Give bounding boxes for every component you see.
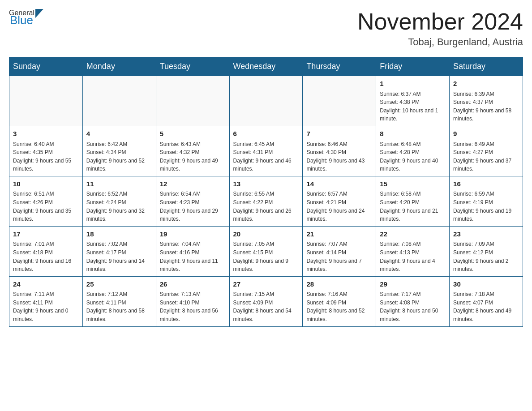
day-info: Sunrise: 6:51 AM Sunset: 4:26 PM Dayligh… [13,190,79,223]
day-info: Sunrise: 7:18 AM Sunset: 4:07 PM Dayligh… [453,290,519,323]
day-info: Sunrise: 6:40 AM Sunset: 4:35 PM Dayligh… [13,140,79,173]
calendar-cell: 4Sunrise: 6:42 AM Sunset: 4:34 PM Daylig… [82,126,156,176]
logo: General Blue [9,9,43,27]
calendar-week-row: 1Sunrise: 6:37 AM Sunset: 4:38 PM Daylig… [9,76,523,126]
calendar-cell: 12Sunrise: 6:54 AM Sunset: 4:23 PM Dayli… [156,176,229,226]
day-info: Sunrise: 6:45 AM Sunset: 4:31 PM Dayligh… [233,140,299,173]
day-number: 21 [306,229,372,240]
day-number: 26 [160,279,226,290]
day-info: Sunrise: 6:37 AM Sunset: 4:38 PM Dayligh… [380,90,446,123]
logo-arrow-icon [35,9,43,18]
calendar-table: SundayMondayTuesdayWednesdayThursdayFrid… [9,57,523,326]
calendar-cell [9,76,83,126]
day-number: 17 [13,229,79,240]
title-section: November 2024 Tobaj, Burgenland, Austria [357,9,523,48]
day-number: 4 [86,129,152,139]
day-number: 25 [86,279,152,290]
day-number: 28 [306,279,372,290]
calendar-cell: 5Sunrise: 6:43 AM Sunset: 4:32 PM Daylig… [156,126,229,176]
svg-marker-0 [35,9,43,18]
calendar-day-header: Saturday [450,57,523,76]
day-number: 27 [233,279,299,290]
calendar-cell [156,76,229,126]
day-number: 12 [160,179,226,189]
day-number: 23 [453,229,519,240]
day-number: 2 [453,79,519,89]
day-info: Sunrise: 7:09 AM Sunset: 4:12 PM Dayligh… [453,240,519,273]
day-info: Sunrise: 6:43 AM Sunset: 4:32 PM Dayligh… [160,140,226,173]
calendar-cell: 24Sunrise: 7:11 AM Sunset: 4:11 PM Dayli… [9,276,83,326]
day-info: Sunrise: 7:05 AM Sunset: 4:15 PM Dayligh… [233,240,299,273]
calendar-cell: 18Sunrise: 7:02 AM Sunset: 4:17 PM Dayli… [82,226,156,276]
calendar-cell [303,76,376,126]
calendar-cell [82,76,156,126]
day-number: 30 [453,279,519,290]
calendar-cell: 28Sunrise: 7:16 AM Sunset: 4:09 PM Dayli… [303,276,376,326]
day-number: 20 [233,229,299,240]
calendar-cell: 21Sunrise: 7:07 AM Sunset: 4:14 PM Dayli… [303,226,376,276]
calendar-cell: 19Sunrise: 7:04 AM Sunset: 4:16 PM Dayli… [156,226,229,276]
calendar-header-row: SundayMondayTuesdayWednesdayThursdayFrid… [9,57,523,76]
calendar-week-row: 10Sunrise: 6:51 AM Sunset: 4:26 PM Dayli… [9,176,523,226]
day-number: 24 [13,279,79,290]
calendar-day-header: Monday [82,57,156,76]
day-number: 18 [86,229,152,240]
calendar-week-row: 24Sunrise: 7:11 AM Sunset: 4:11 PM Dayli… [9,276,523,326]
calendar-day-header: Thursday [303,57,376,76]
calendar-cell: 30Sunrise: 7:18 AM Sunset: 4:07 PM Dayli… [450,276,523,326]
day-number: 6 [233,129,299,139]
calendar-cell: 6Sunrise: 6:45 AM Sunset: 4:31 PM Daylig… [229,126,303,176]
calendar-cell: 20Sunrise: 7:05 AM Sunset: 4:15 PM Dayli… [229,226,303,276]
day-info: Sunrise: 6:46 AM Sunset: 4:30 PM Dayligh… [306,140,372,173]
day-info: Sunrise: 6:49 AM Sunset: 4:27 PM Dayligh… [453,140,519,173]
day-info: Sunrise: 7:02 AM Sunset: 4:17 PM Dayligh… [86,240,152,273]
location-text: Tobaj, Burgenland, Austria [357,36,523,48]
calendar-cell: 29Sunrise: 7:17 AM Sunset: 4:08 PM Dayli… [376,276,450,326]
day-number: 14 [306,179,372,189]
month-title: November 2024 [357,9,523,34]
day-info: Sunrise: 6:54 AM Sunset: 4:23 PM Dayligh… [160,190,226,223]
day-number: 5 [160,129,226,139]
day-info: Sunrise: 6:52 AM Sunset: 4:24 PM Dayligh… [86,190,152,223]
day-info: Sunrise: 6:55 AM Sunset: 4:22 PM Dayligh… [233,190,299,223]
calendar-day-header: Friday [376,57,450,76]
day-info: Sunrise: 6:39 AM Sunset: 4:37 PM Dayligh… [453,90,519,123]
day-number: 13 [233,179,299,189]
calendar-cell: 25Sunrise: 7:12 AM Sunset: 4:11 PM Dayli… [82,276,156,326]
day-number: 15 [380,179,446,189]
calendar-cell: 14Sunrise: 6:57 AM Sunset: 4:21 PM Dayli… [303,176,376,226]
day-number: 3 [13,129,79,139]
calendar-cell: 26Sunrise: 7:13 AM Sunset: 4:10 PM Dayli… [156,276,229,326]
day-info: Sunrise: 7:15 AM Sunset: 4:09 PM Dayligh… [233,290,299,323]
calendar-cell: 13Sunrise: 6:55 AM Sunset: 4:22 PM Dayli… [229,176,303,226]
calendar-cell: 7Sunrise: 6:46 AM Sunset: 4:30 PM Daylig… [303,126,376,176]
day-number: 10 [13,179,79,189]
calendar-cell: 15Sunrise: 6:58 AM Sunset: 4:20 PM Dayli… [376,176,450,226]
day-info: Sunrise: 7:17 AM Sunset: 4:08 PM Dayligh… [380,290,446,323]
day-info: Sunrise: 7:04 AM Sunset: 4:16 PM Dayligh… [160,240,226,273]
calendar-day-header: Tuesday [156,57,229,76]
day-info: Sunrise: 7:07 AM Sunset: 4:14 PM Dayligh… [306,240,372,273]
day-number: 11 [86,179,152,189]
calendar-cell: 2Sunrise: 6:39 AM Sunset: 4:37 PM Daylig… [450,76,523,126]
calendar-cell: 9Sunrise: 6:49 AM Sunset: 4:27 PM Daylig… [450,126,523,176]
day-info: Sunrise: 6:57 AM Sunset: 4:21 PM Dayligh… [306,190,372,223]
logo-blue-text: Blue [10,13,33,27]
day-info: Sunrise: 7:01 AM Sunset: 4:18 PM Dayligh… [13,240,79,273]
calendar-cell: 3Sunrise: 6:40 AM Sunset: 4:35 PM Daylig… [9,126,83,176]
day-number: 9 [453,129,519,139]
calendar-cell: 17Sunrise: 7:01 AM Sunset: 4:18 PM Dayli… [9,226,83,276]
calendar-cell [229,76,303,126]
day-number: 19 [160,229,226,240]
day-number: 29 [380,279,446,290]
page-header: General Blue November 2024 Tobaj, Burgen… [9,9,523,48]
day-info: Sunrise: 7:13 AM Sunset: 4:10 PM Dayligh… [160,290,226,323]
day-info: Sunrise: 6:58 AM Sunset: 4:20 PM Dayligh… [380,190,446,223]
day-info: Sunrise: 7:11 AM Sunset: 4:11 PM Dayligh… [13,290,79,323]
calendar-cell: 27Sunrise: 7:15 AM Sunset: 4:09 PM Dayli… [229,276,303,326]
calendar-week-row: 17Sunrise: 7:01 AM Sunset: 4:18 PM Dayli… [9,226,523,276]
calendar-cell: 16Sunrise: 6:59 AM Sunset: 4:19 PM Dayli… [450,176,523,226]
day-info: Sunrise: 6:59 AM Sunset: 4:19 PM Dayligh… [453,190,519,223]
calendar-cell: 22Sunrise: 7:08 AM Sunset: 4:13 PM Dayli… [376,226,450,276]
day-info: Sunrise: 6:42 AM Sunset: 4:34 PM Dayligh… [86,140,152,173]
